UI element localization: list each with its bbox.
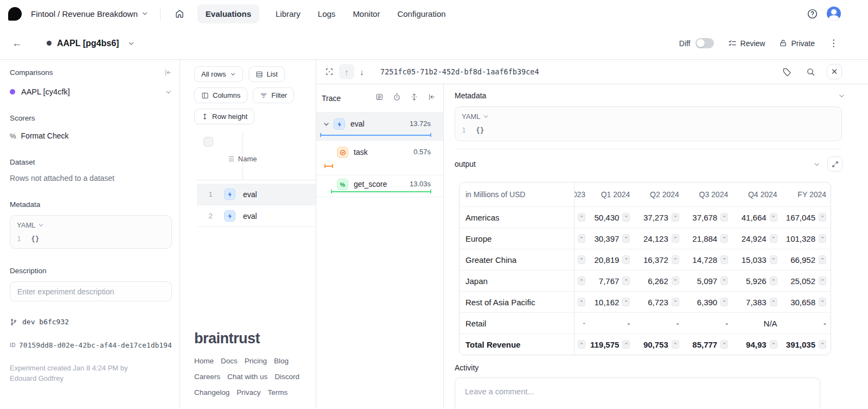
table-row[interactable]: Retail----N/A- (459, 312, 831, 334)
task-check-icon (337, 147, 348, 158)
footer-link-terms[interactable]: Terms (268, 388, 288, 397)
row-name: eval (243, 212, 257, 221)
user-avatar[interactable] (827, 7, 841, 21)
tab-evaluations[interactable]: Evaluations (197, 4, 259, 23)
braintrust-logo-icon[interactable] (8, 7, 22, 21)
table-row[interactable]: Americas"50,430"37,273"37,678"41,664"167… (459, 206, 831, 228)
comment-input[interactable] (455, 377, 820, 409)
close-panel-button[interactable]: ✕ (827, 64, 842, 79)
more-options-icon[interactable]: ⋮ (829, 39, 838, 48)
output-section-label[interactable]: output (455, 160, 476, 168)
tab-monitor[interactable]: Monitor (352, 4, 381, 23)
chevron-down-icon[interactable] (838, 92, 845, 99)
experiment-title[interactable]: AAPL [pg4bs6] (57, 39, 119, 48)
footer-link-blog[interactable]: Blog (274, 357, 289, 365)
tab-logs[interactable]: Logs (317, 4, 337, 23)
chevron-down-icon (230, 71, 236, 77)
filter-button[interactable]: Filter (253, 87, 294, 103)
comparison-dot (10, 89, 15, 95)
rows-table-header: ☰ Name (197, 132, 316, 180)
metadata-yaml-editor[interactable]: YAML 1 {} (10, 215, 172, 249)
previous-row-button[interactable]: ↑ (339, 64, 354, 79)
metadata-section-label[interactable]: Metadata (455, 91, 486, 100)
scorer-item[interactable]: % Format Check (10, 131, 172, 140)
tab-configuration[interactable]: Configuration (396, 4, 446, 23)
columns-button[interactable]: Columns (194, 87, 247, 103)
collapse-panel-icon[interactable] (164, 68, 172, 77)
timing-icon[interactable] (393, 93, 401, 103)
back-button[interactable]: ← (12, 37, 21, 49)
row-number: 1 (197, 190, 224, 198)
footer-link-privacy[interactable]: Privacy (237, 388, 260, 397)
table-row[interactable]: Total Revenue"119,575"90,753"85,777"94,9… (459, 334, 831, 355)
search-icon[interactable] (803, 64, 818, 79)
footer-link-chat-with-us[interactable]: Chat with us (227, 373, 267, 381)
table-row[interactable]: Greater China"20,819"16,372"14,728"15,03… (459, 249, 831, 270)
expand-output-button[interactable] (827, 156, 843, 172)
cell-value: 5,926" (732, 270, 781, 291)
row-label: Europe (459, 228, 575, 249)
git-branch-name: dev b6fc932 (22, 318, 69, 326)
scorers-label: Scorers (10, 114, 172, 122)
table-row[interactable]: Europe"30,397"24,123"21,884"24,924"101,3… (459, 228, 831, 249)
footer-link-docs[interactable]: Docs (221, 357, 238, 365)
chevron-down-icon[interactable] (813, 161, 820, 168)
checklist-icon (728, 39, 737, 48)
collapse-trace-panel-icon[interactable] (427, 93, 436, 103)
cell-value: 5,097" (684, 270, 732, 291)
description-input[interactable] (10, 281, 172, 301)
trace-span-get_score[interactable]: %get_score13.03s (316, 175, 443, 197)
breadcrumb[interactable]: Fintool / Revenue Breakdown (31, 9, 138, 18)
tab-library[interactable]: Library (275, 4, 302, 23)
footer-link-discord[interactable]: Discord (275, 373, 299, 381)
chevron-down-icon[interactable] (142, 10, 148, 17)
table-row[interactable]: Japan"7,767"6,262"5,097"5,926"25,052" (459, 270, 831, 291)
chevron-down-icon[interactable] (165, 89, 172, 96)
home-icon[interactable] (171, 5, 188, 22)
span-details-icon[interactable] (375, 93, 384, 103)
yaml-format-select[interactable]: YAML (462, 112, 480, 121)
tag-icon[interactable] (779, 64, 794, 79)
string-type-icon: " (720, 213, 728, 222)
chevron-down-icon[interactable] (323, 120, 330, 130)
expand-spans-icon[interactable] (410, 93, 418, 103)
select-all-checkbox[interactable] (203, 137, 213, 147)
trace-id[interactable]: 7251fc05-71b2-452d-bf8d-1aaf6fb39ce4 (380, 67, 539, 76)
yaml-content[interactable]: {} (476, 126, 484, 134)
divider (160, 7, 161, 20)
cell-value: 21,884" (684, 228, 732, 249)
footer-link-pricing[interactable]: Pricing (245, 357, 267, 365)
name-column-header[interactable]: Name (238, 155, 257, 163)
line-number: 1 (462, 126, 476, 134)
row-height-button[interactable]: Row height (194, 109, 254, 124)
trace-span-eval[interactable]: eval13.72s (316, 112, 443, 141)
drag-handle-icon[interactable]: ☰ (228, 155, 234, 163)
all-rows-dropdown[interactable]: All rows (194, 66, 243, 82)
span-duration: 13.03s (410, 179, 431, 188)
column-divider[interactable] (242, 132, 243, 180)
trace-span-task[interactable]: task0.57s (316, 141, 443, 175)
braintrust-wordmark[interactable]: braintrust (194, 330, 308, 347)
comparison-item[interactable]: AAPL [cy4cfk] (10, 87, 172, 96)
span-duration-bar (324, 164, 333, 168)
yaml-format-select[interactable]: YAML (17, 221, 35, 229)
footer-link-careers[interactable]: Careers (194, 373, 220, 381)
experiment-id[interactable]: 70159dd8-d02e-42bc-af44-de17ce1db194 (19, 341, 172, 349)
yaml-content[interactable]: {} (31, 235, 40, 243)
table-row[interactable]: 1eval (197, 184, 316, 205)
list-view-button[interactable]: List (248, 66, 285, 82)
help-icon[interactable] (807, 8, 818, 20)
chevron-down-icon[interactable] (128, 40, 135, 47)
metadata-yaml-viewer[interactable]: YAML 1 {} (455, 106, 842, 141)
table-row[interactable]: Rest of Asia Pacific"10,162"6,723"6,390"… (459, 291, 831, 312)
focus-trace-icon[interactable] (322, 64, 337, 79)
footer-link-changelog[interactable]: Changelog (194, 388, 229, 397)
string-type-icon: " (720, 276, 728, 285)
created-note: Experiment created Jan 8 4:24 PM by Edou… (10, 363, 156, 384)
next-row-button[interactable]: ↓ (354, 64, 369, 79)
footer-link-home[interactable]: Home (194, 357, 214, 365)
diff-toggle[interactable] (695, 38, 714, 48)
review-button[interactable]: Review (728, 39, 765, 48)
private-button[interactable]: Private (779, 39, 815, 48)
table-row[interactable]: 2eval (197, 205, 316, 227)
